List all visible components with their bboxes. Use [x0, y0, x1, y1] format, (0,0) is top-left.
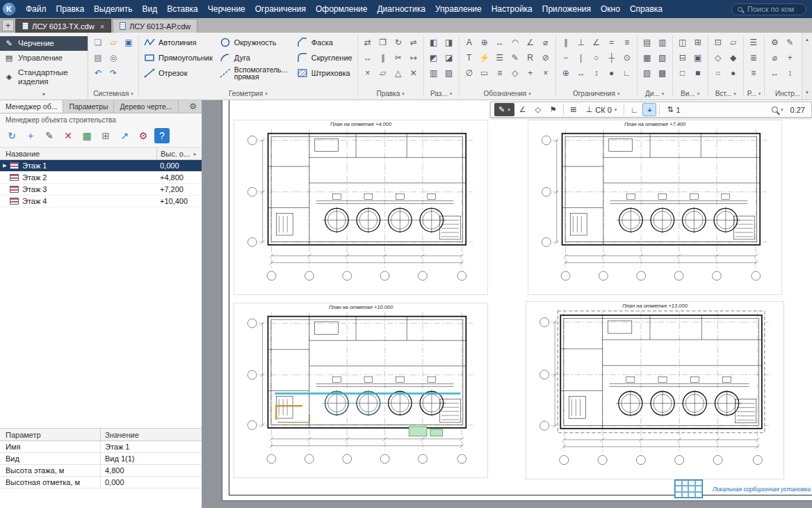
section-r-label[interactable]: Р...▾ [746, 88, 763, 100]
scale-tool-icon[interactable]: △ [391, 65, 406, 81]
menu-formatting[interactable]: Оформление [311, 1, 372, 17]
section-annotations-label[interactable]: Обозначения▾ [462, 88, 553, 100]
panel-settings-gear-icon[interactable]: ⚙ [184, 100, 202, 113]
split-tool-icon-4[interactable]: ◪ [441, 50, 457, 65]
split-tool-icon-5[interactable]: ▥ [426, 65, 441, 81]
open-folder-icon[interactable]: ▱ [106, 35, 121, 50]
equal-constraint-icon[interactable]: = [604, 35, 619, 50]
menu-edit[interactable]: Правка [51, 1, 90, 17]
param-value[interactable]: Этаж 1 [101, 441, 202, 452]
floor-row-2[interactable]: Этаж 2 +4,800 [0, 172, 202, 184]
concentric-constraint-icon[interactable]: ⊙ [619, 50, 635, 65]
auto-axis-icon[interactable]: A [462, 35, 477, 50]
split-tool-icon-2[interactable]: ◨ [441, 35, 457, 50]
horizontal-constraint-icon[interactable]: − [558, 50, 574, 65]
building-icon[interactable]: ▦ [79, 128, 95, 143]
delete-part-tool-icon[interactable]: × [360, 65, 375, 81]
insert-tool-icon-3[interactable]: ◇ [710, 50, 726, 65]
menu-help[interactable]: Справка [625, 1, 667, 17]
radius-dimension-icon[interactable]: R [523, 50, 538, 65]
instrument-tool-icon-2[interactable]: ✎ [782, 35, 797, 50]
insert-tool-icon-1[interactable]: ⊡ [710, 35, 726, 50]
extend-tool-icon[interactable]: ↦ [406, 50, 421, 65]
tool-circle[interactable]: Окружность [217, 35, 293, 50]
layer-stepper[interactable]: ⇅ 1 [663, 103, 684, 116]
diameter-dimension-icon[interactable]: ⌀ [538, 35, 553, 50]
column-header-height[interactable]: Выс. о... ▴ [157, 150, 202, 158]
tool-chamfer[interactable]: Фаска [294, 35, 355, 50]
split-tool-icon-6[interactable]: ▨ [441, 65, 457, 81]
menu-settings[interactable]: Настройка [487, 1, 537, 17]
r-tool-icon-2[interactable]: ≣ [746, 50, 761, 65]
point-on-curve-icon[interactable]: ● [604, 65, 619, 81]
view-tool-icon-3[interactable]: ⊟ [675, 50, 690, 65]
insert-tool-icon-6[interactable]: ● [726, 65, 741, 81]
midpoint-constraint-icon[interactable]: ┼ [604, 50, 619, 65]
instrument-tool-icon-1[interactable]: ⚙ [767, 35, 782, 50]
insert-tool-icon-2[interactable]: ▱ [726, 35, 741, 50]
deform-tool-icon[interactable]: ▱ [375, 65, 391, 81]
plus-mark-icon[interactable]: + [523, 65, 538, 81]
menu-applications[interactable]: Приложения [537, 1, 596, 17]
menu-select[interactable]: Выделить [89, 1, 137, 17]
angle-constraint-icon[interactable]: ∠ [589, 35, 604, 50]
style-button[interactable]: ✎ ▾ [494, 103, 514, 116]
frame-icon[interactable]: ▭ [477, 65, 492, 81]
angle-dimension-icon[interactable]: ∠ [523, 35, 538, 50]
coordinate-system-dropdown[interactable]: ⊥ СК 0 ▾ [582, 103, 622, 116]
export-icon[interactable]: ↗ [117, 128, 132, 143]
break-line-icon[interactable]: ⚡ [477, 50, 492, 65]
insert-tool-icon-4[interactable]: ◆ [726, 50, 741, 65]
equal-mark-icon[interactable]: ≡ [492, 65, 508, 81]
insert-tool-icon-5[interactable]: ○ [710, 65, 726, 81]
param-value[interactable]: 4,800 [101, 465, 202, 476]
instrument-tool-icon-5[interactable]: + [782, 50, 797, 65]
tool-construction-line[interactable]: Вспомогатель... прямая [217, 65, 293, 81]
panel-tab-parameters[interactable]: Параметры [63, 100, 114, 113]
modes-expand-icon[interactable]: ▾ [0, 90, 88, 100]
linear-dimension-icon[interactable]: ↔ [492, 35, 508, 50]
menu-drawing[interactable]: Черчение [203, 1, 250, 17]
view-tool-icon-4[interactable]: ▣ [690, 50, 706, 65]
drawing-canvas[interactable]: План на отметке +4.000 План на отметке +… [202, 100, 812, 508]
mirror-tool-icon[interactable]: ⇌ [406, 35, 421, 50]
diagnostic-tool-icon-2[interactable]: ▥ [655, 35, 670, 50]
app-logo-icon[interactable]: K [3, 3, 15, 15]
menu-management[interactable]: Управление [430, 1, 487, 17]
section-vi-label[interactable]: Ви...▾ [675, 88, 706, 100]
corner-constraint-icon[interactable]: ∟ [619, 65, 635, 81]
scroll-up-icon[interactable]: ▴ [806, 37, 809, 42]
zoom-value[interactable]: 0.27 [790, 106, 805, 114]
move-tool-icon[interactable]: ⇄ [360, 35, 375, 50]
offset-tool-icon[interactable]: ∥ [375, 50, 391, 65]
param-value[interactable]: 0,000 [101, 477, 202, 488]
menu-constraints[interactable]: Ограничения [250, 1, 311, 17]
param-value[interactable]: Вид 1(1) [101, 453, 202, 464]
tool-hatch[interactable]: Штриховка [294, 65, 355, 81]
section-edit-label[interactable]: Правка▾ [360, 88, 421, 100]
tab-lsu-6013-ar[interactable]: ЛСУ 6013-АР.cdw [113, 19, 197, 33]
panel-tab-manager[interactable]: Менеджер об... [0, 100, 63, 113]
view-tool-icon-6[interactable]: ■ [690, 65, 706, 81]
view-tool-icon-2[interactable]: ⊞ [690, 35, 706, 50]
floor-row-3[interactable]: Этаж 3 +7,200 [0, 184, 202, 196]
floor-row-1[interactable]: ▶ Этаж 1 0,000 [0, 160, 202, 172]
stretch-tool-icon[interactable]: ↔ [360, 50, 375, 65]
menu-insert[interactable]: Вставка [162, 1, 203, 17]
mode-drawing[interactable]: ✎ Черчение [0, 36, 88, 51]
tool-rectangle[interactable]: Прямоугольник [141, 50, 216, 65]
section-geometry-label[interactable]: Геометрия▾ [141, 88, 355, 100]
tangent-constraint-icon[interactable]: ○ [589, 50, 604, 65]
symmetry-constraint-icon[interactable]: ↕ [589, 65, 604, 81]
text-tool-icon[interactable]: T [462, 50, 477, 65]
split-tool-icon-1[interactable]: ◧ [426, 35, 441, 50]
mode-standard-parts[interactable]: ◈ Стандартные изделия [0, 65, 88, 89]
tools-icon[interactable]: ⚙ [136, 128, 151, 143]
times-mark-icon[interactable]: × [538, 65, 553, 81]
trim-tool-icon[interactable]: ✂ [391, 50, 406, 65]
delete-icon[interactable]: ✕ [60, 128, 76, 143]
vertical-constraint-icon[interactable]: | [574, 50, 589, 65]
refresh-icon[interactable]: ↻ [4, 128, 19, 143]
delete-tool-icon[interactable]: ✕ [406, 65, 421, 81]
scroll-down-icon[interactable]: ▾ [806, 90, 809, 95]
